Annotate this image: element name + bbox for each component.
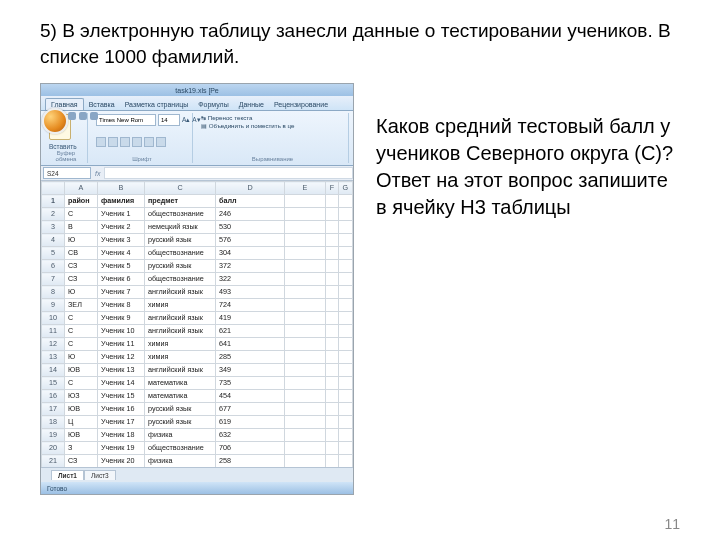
cell: 735 xyxy=(216,377,285,390)
cell: английский язык xyxy=(145,325,216,338)
cell: 706 xyxy=(216,442,285,455)
cell: З xyxy=(65,442,98,455)
cell: 322 xyxy=(216,273,285,286)
cell: Ю xyxy=(65,286,98,299)
cell xyxy=(326,221,339,234)
cell: обществознание xyxy=(145,247,216,260)
row-number: 7 xyxy=(42,273,65,286)
color-icon xyxy=(156,137,166,147)
row-number: 9 xyxy=(42,299,65,312)
row-number: 1 xyxy=(42,195,65,208)
cell: 530 xyxy=(216,221,285,234)
cell xyxy=(326,442,339,455)
cell xyxy=(326,247,339,260)
cell xyxy=(326,429,339,442)
cell: 632 xyxy=(216,429,285,442)
cell: русский язык xyxy=(145,403,216,416)
cell xyxy=(285,247,326,260)
underline-icon xyxy=(120,137,130,147)
cell: 372 xyxy=(216,260,285,273)
cell xyxy=(285,351,326,364)
row-number: 14 xyxy=(42,364,65,377)
window-title: task19.xls [Ре xyxy=(41,84,353,96)
cell xyxy=(338,260,352,273)
cell xyxy=(285,208,326,221)
cell xyxy=(326,286,339,299)
cell: Ученик 3 xyxy=(98,234,145,247)
clipboard-group-label: Буфер обмена xyxy=(49,150,83,162)
cell: русский язык xyxy=(145,234,216,247)
cell: Ученик 14 xyxy=(98,377,145,390)
ribbon-tab: Данные xyxy=(234,99,269,110)
ribbon-tab: Рецензирование xyxy=(269,99,333,110)
cell xyxy=(338,377,352,390)
cell: 641 xyxy=(216,338,285,351)
cell xyxy=(285,416,326,429)
row-number: 8 xyxy=(42,286,65,299)
cell xyxy=(338,325,352,338)
status-bar: Готово xyxy=(41,482,353,494)
column-header: D xyxy=(216,182,285,195)
ribbon-tab: Вставка xyxy=(84,99,120,110)
cell xyxy=(326,299,339,312)
cell: Ю xyxy=(65,351,98,364)
cell: Ю xyxy=(65,234,98,247)
ribbon-tab: Разметка страницы xyxy=(120,99,194,110)
row-number: 4 xyxy=(42,234,65,247)
cell: Ученик 18 xyxy=(98,429,145,442)
cell xyxy=(338,234,352,247)
cell xyxy=(285,377,326,390)
fill-icon xyxy=(144,137,154,147)
sheet-tabs: Лист1Лист3 xyxy=(41,467,353,482)
column-header: F xyxy=(326,182,339,195)
cell: С xyxy=(65,312,98,325)
cell: ЮЗ xyxy=(65,390,98,403)
cell: ЮВ xyxy=(65,429,98,442)
cell xyxy=(338,403,352,416)
cell xyxy=(285,299,326,312)
header-cell: предмет xyxy=(145,195,216,208)
cell xyxy=(338,364,352,377)
cell xyxy=(326,234,339,247)
cell xyxy=(338,208,352,221)
ribbon-tab: Формулы xyxy=(193,99,233,110)
cell: Ученик 20 xyxy=(98,455,145,468)
cell: ЗЕЛ xyxy=(65,299,98,312)
question-text: 5) В электронную таблицу занесли данные … xyxy=(40,18,680,69)
font-group-label: Шрифт xyxy=(96,156,188,162)
cell: СЗ xyxy=(65,455,98,468)
cell xyxy=(326,208,339,221)
column-header xyxy=(42,182,65,195)
cell xyxy=(285,234,326,247)
column-header: C xyxy=(145,182,216,195)
cell: Ученик 7 xyxy=(98,286,145,299)
cell: химия xyxy=(145,351,216,364)
cell: В xyxy=(65,221,98,234)
cell: 724 xyxy=(216,299,285,312)
border-icon xyxy=(132,137,142,147)
cell: 349 xyxy=(216,364,285,377)
cell xyxy=(285,442,326,455)
cell: 304 xyxy=(216,247,285,260)
wrap-text-label: Перенос текста xyxy=(208,114,253,121)
cell: обществознание xyxy=(145,208,216,221)
cell xyxy=(285,286,326,299)
cell: 576 xyxy=(216,234,285,247)
font-grow-icon: A▴ xyxy=(182,116,190,124)
cell xyxy=(285,221,326,234)
header-cell: район xyxy=(65,195,98,208)
sheet-tab: Лист3 xyxy=(84,470,116,480)
cell: Ученик 10 xyxy=(98,325,145,338)
cell: СЗ xyxy=(65,273,98,286)
row-number: 12 xyxy=(42,338,65,351)
cell xyxy=(326,416,339,429)
paste-label: Вставить xyxy=(49,143,83,150)
row-number: 16 xyxy=(42,390,65,403)
cell: химия xyxy=(145,338,216,351)
cell: Ученик 13 xyxy=(98,364,145,377)
cell: Ученик 4 xyxy=(98,247,145,260)
cell xyxy=(338,390,352,403)
cell xyxy=(338,442,352,455)
cell: 677 xyxy=(216,403,285,416)
cell: Ученик 16 xyxy=(98,403,145,416)
